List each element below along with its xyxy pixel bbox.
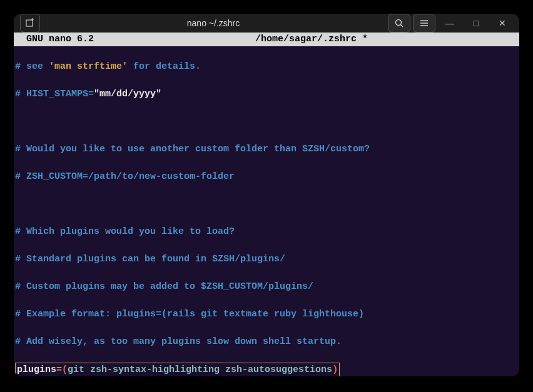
minimize-button[interactable]: — (438, 14, 462, 33)
editor-line: # HIST_STAMPS= (15, 89, 94, 99)
svg-rect-0 (26, 20, 33, 26)
maximize-button[interactable]: □ (464, 14, 488, 33)
maximize-icon: □ (474, 18, 479, 28)
editor-line: # Custom plugins may be added to $ZSH_CU… (15, 281, 313, 292)
nano-app-name: GNU nano 6.2 (15, 33, 94, 46)
nano-header: GNU nano 6.2 /home/sagar/.zshrc * (14, 33, 519, 46)
search-button[interactable] (388, 14, 410, 33)
window-title: nano ~/.zshrc (40, 18, 387, 28)
minimize-icon: — (445, 18, 454, 28)
svg-point-3 (396, 20, 402, 26)
svg-line-4 (401, 25, 404, 28)
editor-line: # Example format: plugins=(rails git tex… (15, 309, 364, 319)
editor-line: "mm/dd/yyyy" (94, 89, 161, 99)
editor-line: # see (15, 61, 49, 72)
editor-line: for details. (128, 61, 201, 72)
editor-line: 'man strftime' (49, 61, 128, 72)
plugins-highlighted: plugins=(git zsh-syntax-highlighting zsh… (15, 363, 340, 376)
new-tab-button[interactable] (20, 14, 40, 33)
hamburger-menu-button[interactable] (413, 14, 435, 33)
hamburger-icon (420, 19, 429, 28)
terminal-area[interactable]: GNU nano 6.2 /home/sagar/.zshrc * # see … (14, 33, 519, 376)
close-icon: ✕ (499, 18, 506, 28)
editor-line: # Standard plugins can be found in $ZSH/… (15, 254, 285, 264)
terminal-window: nano ~/.zshrc — □ ✕ GNU nano 6.2 /home/s… (14, 14, 519, 376)
search-icon (395, 19, 404, 28)
titlebar: nano ~/.zshrc — □ ✕ (14, 14, 519, 33)
editor-line: # Add wisely, as too many plugins slow d… (15, 336, 342, 347)
editor-line: # Would you like to use another custom f… (15, 144, 370, 154)
editor-content[interactable]: # see 'man strftime' for details. # HIST… (14, 46, 519, 376)
editor-line: # Which plugins would you like to load? (15, 226, 235, 237)
new-tab-icon (25, 18, 35, 28)
close-button[interactable]: ✕ (490, 14, 514, 33)
editor-line: # ZSH_CUSTOM=/path/to/new-custom-folder (15, 171, 235, 182)
nano-file-path: /home/sagar/.zshrc * (255, 33, 368, 46)
